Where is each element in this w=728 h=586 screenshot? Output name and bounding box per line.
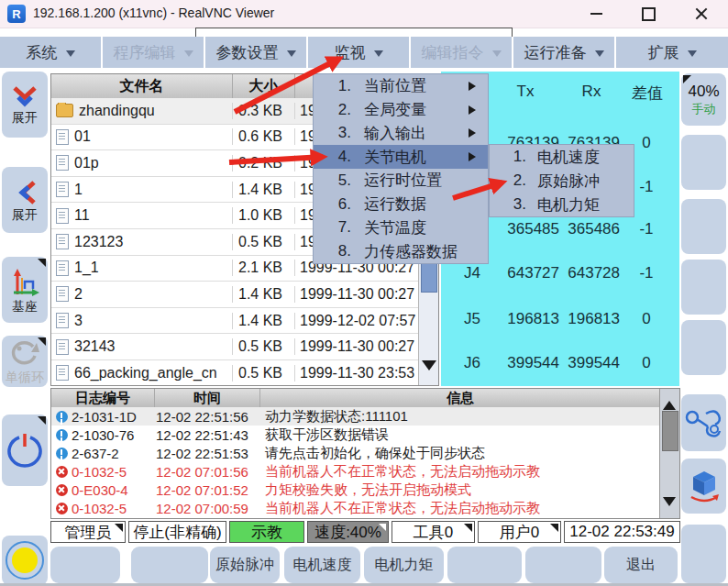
maximize-icon [642, 7, 656, 21]
file-date: 1999-11-30 23:53 [294, 365, 420, 381]
menu-item-joint-temperature[interactable]: 7.关节温度 [314, 216, 488, 240]
file-name: 11 [74, 207, 90, 224]
menu-item-runtime-position[interactable]: 5.运行时位置 [314, 169, 488, 193]
expand-down-button[interactable]: 展开 [2, 72, 48, 138]
minimize-button[interactable] [580, 4, 612, 24]
log-scrollbar-thumb[interactable] [662, 411, 678, 451]
menu-item-label: 当前位置 [364, 75, 426, 96]
log-row[interactable]: 0-1032-512-02 07:00:59当前机器人不在正常状态，无法启动拖动… [51, 499, 660, 517]
file-row[interactable]: 321430.5 KB1999-11-30 00:27 [51, 334, 420, 360]
file-date: 1999-12-02 07:57 [294, 313, 420, 329]
scroll-down-icon[interactable] [422, 360, 436, 378]
menu-item-run-data[interactable]: 6.运行数据 [314, 193, 488, 216]
status-user-role[interactable]: 管理员 [50, 521, 126, 543]
error-icon [56, 484, 68, 496]
file-header-size[interactable]: 大小 [232, 74, 294, 98]
status-user-frame[interactable]: 用户0 [478, 521, 561, 543]
drag-teach-robot-icon [684, 404, 724, 441]
close-button[interactable] [686, 4, 717, 24]
log-header-msg[interactable]: 信息 [259, 389, 660, 407]
log-row[interactable]: 2-637-212-02 22:51:53请先点击初始化，确保处于同步状态 [51, 444, 660, 462]
menu-item-joint-motor[interactable]: 4.关节电机 [314, 145, 488, 169]
menu-system[interactable]: 系统 [0, 37, 101, 68]
log-message: 力矩校验失败，无法开启拖动模式 [259, 518, 471, 519]
submenu-arrow-icon [469, 128, 480, 138]
menu-item-label: 输入输出 [364, 123, 426, 144]
speed-mode-button[interactable]: 40% 手动 [681, 73, 726, 126]
file-header-name[interactable]: 文件名 [51, 74, 232, 98]
log-row[interactable]: 0-E030-412-02 07:01:52力矩校验失败，无法开启拖动模式 [51, 481, 660, 499]
menu-monitor[interactable]: 监视 [308, 37, 409, 68]
status-speed[interactable]: 速度:40% [307, 521, 389, 543]
right-rail-button-2[interactable] [681, 199, 726, 254]
right-rail-button-4[interactable] [681, 320, 726, 375]
joint-rx: 399544 [565, 351, 620, 375]
raw-pulse-button[interactable]: 原始脉冲 [210, 547, 280, 583]
power-button[interactable] [2, 415, 48, 486]
log-header-code[interactable]: 日志编号 [51, 389, 154, 407]
file-size: 0.3 KB [232, 103, 294, 119]
submenu-item-motor-speed[interactable]: 1.电机速度 [490, 145, 634, 169]
record-button[interactable] [2, 536, 48, 585]
submenu-item-raw-pulse[interactable]: 2.原始脉冲 [490, 169, 634, 193]
view-3d-button[interactable] [681, 459, 726, 514]
log-row[interactable]: 力矩校验失败，无法开启拖动模式 [51, 517, 660, 518]
right-rail-button-bottom[interactable] [681, 525, 726, 583]
menu-extend[interactable]: 扩展 [616, 37, 728, 68]
joint-tx: 643727 [495, 261, 559, 285]
base-frame-button[interactable]: 基座 [2, 257, 48, 323]
folder-icon [56, 104, 73, 117]
file-date: 1999-11-30 00:27 [294, 338, 420, 355]
menu-edit-command: 编辑指令 [411, 37, 512, 68]
maximize-button[interactable] [633, 4, 664, 24]
log-row[interactable]: 0-1032-512-02 07:01:56当前机器人不在正常状态，无法启动拖动… [51, 462, 660, 481]
right-rail-button-1[interactable] [681, 135, 726, 190]
bottom-button-2[interactable] [131, 547, 208, 583]
bottom-button-1[interactable] [50, 547, 120, 583]
menu-run-prepare[interactable]: 运行准备 [513, 37, 614, 68]
log-scrollbar[interactable] [659, 389, 679, 518]
joint-diff: 0 [628, 351, 665, 375]
file-icon [56, 234, 69, 249]
file-name: 1_1 [74, 260, 99, 276]
menu-item-current-position[interactable]: 1.当前位置 [314, 74, 488, 98]
motor-torque-button[interactable]: 电机力矩 [364, 547, 444, 583]
log-row[interactable]: 2-1030-7612-02 22:51:43获取干涉区数据错误 [51, 426, 660, 444]
vnc-toolbar-tab[interactable] [195, 28, 513, 37]
log-list: 2-1031-1D12-02 22:51:56动力学数据状态:111101 2-… [51, 407, 660, 518]
menu-item-number: 8. [326, 242, 351, 260]
file-row[interactable]: 21.4 KB1999-11-30 00:27 [51, 282, 420, 308]
joint-tx: 196813 [495, 307, 559, 331]
drag-teach-button[interactable] [681, 394, 726, 451]
right-rail-button-3[interactable] [681, 260, 726, 315]
file-size: 2.1 KB [232, 260, 294, 276]
log-row[interactable]: 2-1031-1D12-02 22:51:56动力学数据状态:111101 [51, 407, 660, 426]
log-header-time[interactable]: 时间 [154, 389, 259, 407]
file-row[interactable]: 31.4 KB1999-12-02 07:57 [51, 308, 420, 335]
menu-item-input-output[interactable]: 3.输入输出 [314, 122, 488, 146]
menu-parameter-settings[interactable]: 参数设置 [205, 37, 306, 68]
log-message: 力矩校验失败，无法开启拖动模式 [259, 481, 471, 499]
file-row[interactable]: 66_packing_angle_cn0.5 KB1999-11-30 23:5… [51, 360, 420, 385]
submenu-item-motor-torque[interactable]: 3.电机力矩 [490, 193, 634, 216]
joint-rx: 196813 [565, 307, 620, 331]
monitor-dropdown-menu: 1.当前位置 2.全局变量 3.输入输出 4.关节电机 5.运行时位置 6.运行… [313, 73, 489, 264]
status-run-state[interactable]: 停止(非精确) [128, 521, 226, 543]
scroll-up-icon[interactable] [663, 394, 676, 410]
status-teach-mode[interactable]: 示教 [229, 521, 304, 543]
status-tool[interactable]: 工具0 [392, 521, 475, 543]
menu-item-label: 运行数据 [364, 193, 426, 215]
exit-button[interactable]: 退出 [604, 547, 678, 583]
scroll-down-icon[interactable] [663, 497, 676, 513]
file-size: 1.4 KB [232, 313, 294, 329]
menu-item-number: 3. [326, 124, 351, 142]
motor-speed-button[interactable]: 电机速度 [284, 547, 360, 583]
bottom-button-7[interactable] [525, 547, 601, 583]
bottom-button-6[interactable] [447, 547, 522, 583]
menu-item-force-sensor-data[interactable]: 8.力传感器数据 [314, 239, 488, 263]
log-time: 12-02 22:51:56 [154, 409, 259, 425]
menu-bar: 系统 程序编辑 参数设置 监视 编辑指令 运行准备 扩展 [0, 37, 728, 69]
menu-item-global-variables[interactable]: 2.全局变量 [314, 98, 488, 122]
diff-header: 差值 [624, 83, 670, 104]
expand-left-button[interactable]: 展开 [2, 167, 48, 233]
